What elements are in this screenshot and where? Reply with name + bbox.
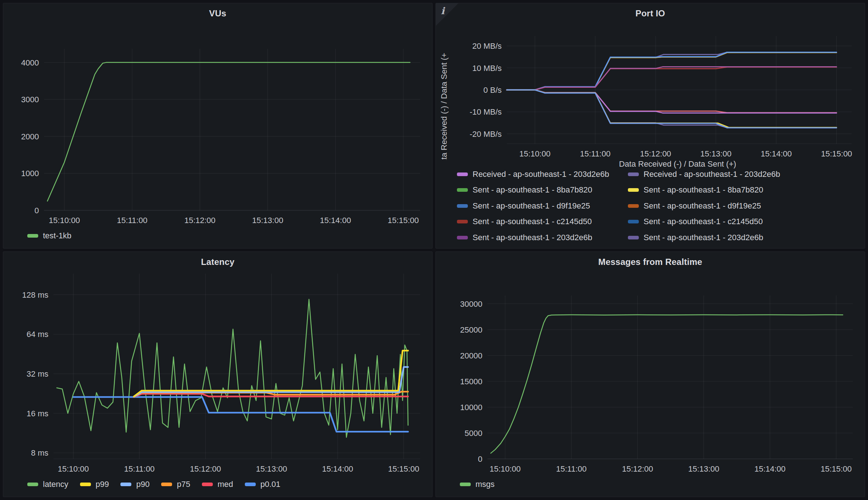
series-sent-d9f19e25-orange: [507, 53, 837, 90]
x-tick-label: 15:12:00: [640, 149, 671, 158]
legend-item[interactable]: p99: [80, 480, 109, 489]
y-tick-label: 2000: [21, 132, 39, 141]
legend-swatch: [245, 483, 256, 486]
legend-label: Sent - ap-southeast-1 - c2145d50: [473, 217, 592, 226]
y-tick-label: 64 ms: [27, 330, 48, 339]
x-tick-label: 15:15:00: [388, 216, 419, 225]
x-tick-label: 15:14:00: [320, 216, 351, 225]
legend-item[interactable]: Received - ap-southeast-1 - 203d2e6b: [457, 170, 628, 179]
y-tick-label: 10000: [460, 403, 482, 412]
legend-item[interactable]: Sent - ap-southeast-1 - d9f19e25: [628, 201, 865, 211]
legend-item[interactable]: med: [202, 480, 233, 489]
legend-label: Received - ap-southeast-1 - 203d2e6b: [473, 170, 609, 179]
y-tick-label: 0: [478, 455, 482, 464]
legend-item[interactable]: Received - ap-southeast-1 - 203d2e6b: [628, 170, 865, 179]
legend-item[interactable]: Sent - ap-southeast-1 - 203d2e6b: [457, 233, 628, 242]
y-tick-label: -20 MB/s: [470, 130, 502, 139]
x-tick-label: 15:13:00: [700, 149, 732, 158]
vus-chart[interactable]: 0100020003000400015:10:0015:11:0015:12:0…: [3, 21, 432, 227]
legend-label: Sent - ap-southeast-1 - 203d2e6b: [644, 233, 763, 242]
panel-vus: VUs 0100020003000400015:10:0015:11:0015:…: [3, 3, 433, 249]
y-tick-label: 3000: [21, 95, 39, 104]
x-tick-label: 15:14:00: [761, 149, 792, 158]
legend-item[interactable]: p0.01: [245, 480, 280, 489]
series-sent-d9f19e25-blue: [507, 52, 837, 90]
panel-port-io: i Port IO 20 MB/s10 MB/s0 B/s-10 MB/s-20…: [435, 3, 865, 249]
series-sent-203d2e6b-slate: [507, 52, 837, 90]
legend-item[interactable]: test-1kb: [27, 231, 71, 241]
port-io-legend: Received - ap-southeast-1 - 203d2e6bSent…: [436, 166, 865, 246]
x-tick-label: 15:15:00: [821, 464, 852, 473]
legend-label: test-1kb: [43, 231, 71, 241]
y-tick-label: 20 MB/s: [472, 41, 502, 51]
legend-item[interactable]: Sent - ap-southeast-1 - c2145d50: [628, 217, 865, 226]
legend-swatch: [457, 188, 468, 192]
legend-item[interactable]: Sent - ap-southeast-1 - c2145d50: [457, 217, 628, 226]
legend-item[interactable]: Sent - ap-southeast-1 - 203d2e6b: [628, 233, 865, 242]
legend-label: Sent - ap-southeast-1 - 8ba7b820: [644, 185, 763, 195]
latency-chart[interactable]: 8 ms16 ms32 ms64 ms128 ms15:10:0015:11:0…: [3, 270, 432, 476]
legend-item[interactable]: p75: [161, 480, 190, 489]
legend-swatch: [628, 188, 639, 192]
legend-item[interactable]: Sent - ap-southeast-1 - d9f19e25: [457, 201, 628, 211]
panel-title-latency[interactable]: Latency: [3, 252, 432, 270]
legend-swatch: [27, 483, 38, 486]
legend-label: msgs: [475, 480, 495, 489]
y-axis-label: Data Received (-) / Data Sent (+: [439, 53, 449, 160]
y-tick-label: 32 ms: [27, 369, 48, 378]
y-tick-label: 0: [35, 206, 39, 215]
panel-title-port-io[interactable]: Port IO: [436, 3, 865, 21]
legend-swatch: [628, 220, 639, 223]
y-tick-label: 10 MB/s: [472, 64, 502, 73]
legend-label: Sent - ap-southeast-1 - d9f19e25: [473, 201, 590, 211]
legend-item[interactable]: Sent - ap-southeast-1 - 8ba7b820: [628, 185, 865, 195]
legend-label: p99: [96, 480, 109, 489]
y-tick-label: 25000: [460, 325, 482, 334]
legend-swatch: [628, 204, 639, 208]
series-test-1kb: [47, 63, 410, 201]
x-tick-label: 15:15:00: [821, 149, 852, 158]
messages-legend: msgs: [436, 476, 865, 493]
x-tick-label: 15:14:00: [754, 464, 786, 473]
series-recv-yellow: [507, 90, 837, 127]
y-tick-label: -10 MB/s: [470, 107, 502, 116]
panel-latency: Latency 8 ms16 ms32 ms64 ms128 ms15:10:0…: [3, 251, 433, 497]
legend-swatch: [161, 483, 172, 486]
x-tick-label: 15:10:00: [49, 216, 80, 225]
x-tick-label: 15:11:00: [117, 216, 147, 225]
latency-legend: latencyp99p90p75medp0.01: [3, 476, 432, 493]
y-tick-label: 4000: [21, 58, 39, 67]
legend-item[interactable]: latency: [27, 480, 68, 489]
legend-swatch: [457, 172, 468, 176]
legend-label: Sent - ap-southeast-1 - 203d2e6b: [473, 233, 592, 242]
panel-title-messages[interactable]: Messages from Realtime: [436, 252, 865, 270]
x-tick-label: 15:11:00: [124, 464, 155, 473]
y-tick-label: 8 ms: [31, 448, 48, 457]
series-recv-slate: [507, 90, 837, 128]
legend-label: p0.01: [260, 480, 280, 489]
legend-item[interactable]: Sent - ap-southeast-1 - 8ba7b820: [457, 185, 628, 195]
y-tick-label: 20000: [460, 351, 482, 360]
series-msgs: [491, 315, 843, 453]
panel-title-vus[interactable]: VUs: [3, 3, 432, 21]
legend-swatch: [202, 483, 213, 486]
legend-swatch: [628, 172, 639, 176]
messages-chart[interactable]: 05000100001500020000250003000015:10:0015…: [436, 270, 865, 476]
x-tick-label: 15:11:00: [556, 464, 587, 473]
x-tick-label: 15:13:00: [688, 464, 720, 473]
x-tick-label: 15:13:00: [256, 464, 287, 473]
x-tick-label: 15:11:00: [580, 149, 610, 158]
legend-item[interactable]: p90: [120, 480, 150, 489]
x-tick-label: 15:14:00: [322, 464, 353, 473]
x-tick-label: 15:10:00: [490, 464, 521, 473]
port-io-chart[interactable]: 20 MB/s10 MB/s0 B/s-10 MB/s-20 MB/s15:10…: [436, 21, 865, 160]
x-tick-label: 15:12:00: [190, 464, 221, 473]
series-recv-ltblue: [507, 90, 837, 128]
legend-label: Sent - ap-southeast-1 - 8ba7b820: [473, 185, 592, 195]
x-tick-label: 15:10:00: [519, 149, 551, 158]
legend-swatch: [80, 483, 91, 486]
legend-item[interactable]: msgs: [460, 480, 495, 489]
legend-label: Sent - ap-southeast-1 - c2145d50: [644, 217, 763, 226]
panel-info-corner[interactable]: [436, 3, 458, 26]
legend-swatch: [457, 220, 468, 223]
